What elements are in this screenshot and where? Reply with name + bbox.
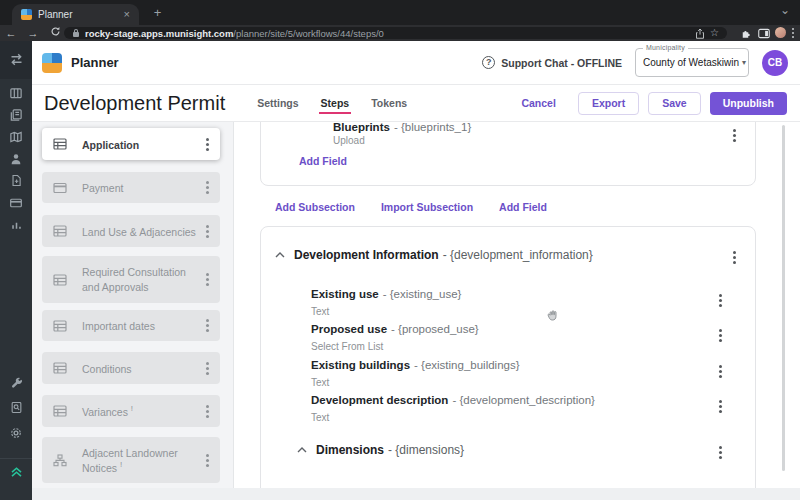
step-card-required-consultation[interactable]: Required Consultation and Approvals (42, 256, 220, 303)
municipality-label: Municipality (643, 44, 688, 51)
forward-button[interactable]: → (22, 25, 44, 41)
table-icon (53, 319, 67, 333)
step-card-variances[interactable]: Variances ! (42, 395, 220, 427)
field-menu-kebab-icon[interactable] (719, 329, 722, 342)
share-icon[interactable] (695, 28, 705, 39)
cancel-button[interactable]: Cancel (508, 92, 568, 115)
tab-search-chevron-icon[interactable]: ⌄ (780, 3, 790, 17)
tab-settings[interactable]: Settings (246, 85, 309, 121)
subsection-header-dimensions: Dimensions- {dimensions} (297, 443, 464, 457)
import-subsection-link[interactable]: Import Subsection (381, 201, 473, 213)
collapse-chevron-icon[interactable] (275, 252, 285, 258)
field-row-existing-use[interactable]: Existing use- {existing_use} Text (311, 284, 755, 316)
app-name: Planner (71, 55, 119, 70)
gear-icon[interactable] (9, 425, 24, 440)
step-label: Variances ! (82, 404, 206, 419)
file-add-icon[interactable] (9, 173, 24, 188)
bookmark-star-icon[interactable]: ☆ (710, 28, 719, 38)
municipality-select[interactable]: Municipality County of Wetaskiwin ▾ (635, 48, 749, 77)
swap-arrows-icon[interactable] (9, 52, 24, 67)
content-area: Application Payment Land Use & Adjacenci… (32, 122, 800, 500)
step-label: Land Use & Adjacencies (82, 224, 206, 239)
wrench-icon[interactable] (9, 375, 24, 390)
save-button[interactable]: Save (648, 92, 701, 115)
credit-card-icon[interactable] (9, 195, 24, 210)
help-question-icon: ? (482, 56, 495, 69)
section-links-row: Add Subsection Import Subsection Add Fie… (275, 201, 547, 213)
lock-icon (72, 28, 80, 38)
add-field-link[interactable]: Add Field (299, 155, 347, 167)
field-menu-kebab-icon[interactable] (719, 365, 722, 378)
step-label: Adjacent Landowner Notices ! (82, 446, 206, 475)
field-row-existing-buildings[interactable]: Existing buildings- {existing_buildings}… (311, 355, 755, 387)
tab-close-icon[interactable]: × (124, 9, 130, 20)
step-menu-kebab-icon[interactable] (206, 273, 209, 286)
browser-tab-title: Planner (38, 9, 118, 20)
browser-menu-icon[interactable] (792, 28, 795, 39)
export-button[interactable]: Export (578, 92, 639, 115)
collapse-chevron-icon[interactable] (297, 447, 307, 453)
field-type: Text (311, 412, 755, 423)
field-row-development-description[interactable]: Development description- {development_de… (311, 390, 755, 422)
table-icon (53, 361, 67, 375)
vertical-scrollbar[interactable] (782, 125, 785, 471)
field-type: Text (311, 377, 755, 388)
planner-logo-icon (42, 53, 62, 73)
field-row-proposed-use[interactable]: Proposed use- {proposed_use} Select From… (311, 319, 755, 351)
support-chat-button[interactable]: ? Support Chat - OFFLINE (482, 56, 622, 69)
step-menu-kebab-icon[interactable] (206, 362, 209, 375)
section-menu-kebab-icon[interactable] (733, 251, 736, 264)
step-label: Application (82, 137, 206, 152)
step-menu-kebab-icon[interactable] (206, 405, 209, 418)
step-card-land-use[interactable]: Land Use & Adjacencies (42, 215, 220, 247)
page-title: Development Permit (44, 92, 225, 115)
page-actions: Cancel Export Save Unpublish (508, 92, 787, 115)
columns-icon[interactable] (9, 85, 24, 100)
step-label: Required Consultation and Approvals (82, 265, 206, 294)
step-menu-kebab-icon[interactable] (206, 454, 209, 467)
back-button[interactable]: ← (0, 25, 22, 41)
side-panel-icon[interactable] (757, 27, 771, 39)
step-card-adjacent-landowner-notices[interactable]: Adjacent Landowner Notices ! (42, 437, 220, 483)
double-chevron-up-icon[interactable] (9, 464, 24, 479)
step-menu-kebab-icon[interactable] (206, 319, 209, 332)
user-avatar[interactable]: CB (762, 50, 788, 76)
extensions-puzzle-icon[interactable] (738, 27, 752, 39)
field-menu-kebab-icon[interactable] (719, 400, 722, 413)
credit-card-icon (53, 181, 67, 195)
step-menu-kebab-icon[interactable] (206, 225, 209, 238)
map-icon[interactable] (9, 129, 24, 144)
add-subsection-link[interactable]: Add Subsection (275, 201, 355, 213)
workflow-icon (53, 453, 67, 467)
field-menu-kebab-icon[interactable] (733, 129, 736, 142)
step-card-conditions[interactable]: Conditions (42, 352, 220, 384)
unpublish-button[interactable]: Unpublish (710, 92, 787, 115)
bar-chart-icon[interactable] (9, 217, 24, 232)
documents-icon[interactable] (9, 107, 24, 122)
reload-button[interactable] (44, 25, 66, 41)
table-icon (53, 224, 67, 238)
warning-mark: ! (131, 404, 133, 413)
table-icon (53, 137, 67, 151)
browser-profile-avatar[interactable] (775, 27, 786, 38)
document-search-icon[interactable] (9, 400, 24, 415)
planner-favicon-icon (21, 9, 32, 20)
tab-tokens[interactable]: Tokens (360, 85, 418, 121)
person-icon[interactable] (9, 151, 24, 166)
new-tab-button[interactable]: + (150, 5, 165, 20)
support-chat-label: Support Chat - OFFLINE (501, 57, 622, 69)
step-card-payment[interactable]: Payment (42, 172, 220, 203)
step-menu-kebab-icon[interactable] (206, 138, 209, 151)
address-bar[interactable]: rocky-stage.apps.munisight.com/planner/s… (64, 27, 727, 39)
add-field-link[interactable]: Add Field (499, 201, 547, 213)
step-card-application[interactable]: Application (42, 128, 220, 160)
field-type: Select From List (311, 341, 755, 352)
field-menu-kebab-icon[interactable] (719, 294, 722, 307)
field-blueprints[interactable]: Blueprints- {blueprints_1} (333, 122, 471, 135)
section-menu-kebab-icon[interactable] (719, 446, 722, 459)
tab-steps[interactable]: Steps (310, 85, 361, 121)
subsection-card-clipped: Blueprints- {blueprints_1} Upload Add Fi… (260, 122, 756, 186)
browser-tab[interactable]: Planner × (12, 4, 139, 25)
step-menu-kebab-icon[interactable] (206, 181, 209, 194)
step-card-important-dates[interactable]: Important dates (42, 310, 220, 341)
